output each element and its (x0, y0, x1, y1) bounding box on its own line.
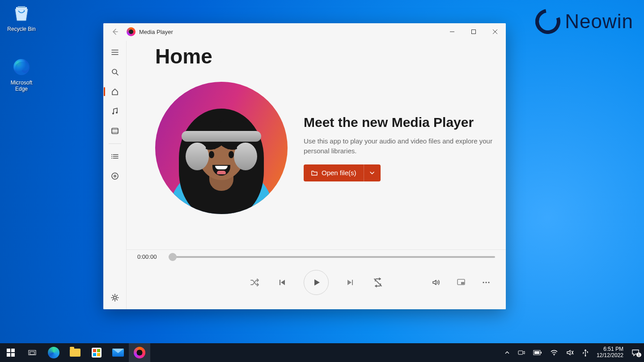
tray-wifi-icon[interactable] (550, 349, 558, 356)
queue-icon (111, 152, 119, 160)
disc-icon (111, 172, 119, 180)
taskbar-app-mail[interactable] (107, 343, 129, 362)
tray-volume-icon[interactable] (566, 349, 574, 356)
tray-meet-now-icon[interactable] (518, 349, 525, 356)
task-view-button[interactable] (21, 343, 43, 362)
hero-illustration (155, 82, 288, 214)
windows-icon (7, 349, 15, 357)
svg-point-10 (114, 296, 116, 299)
svg-point-8 (112, 173, 118, 179)
sidebar-item-music[interactable] (103, 101, 127, 121)
edge-icon (48, 347, 59, 358)
svg-rect-19 (11, 353, 15, 357)
neowin-watermark-text: Neowin (565, 10, 633, 33)
taskbar-app-explorer[interactable] (64, 343, 86, 362)
back-button[interactable] (103, 23, 127, 40)
svg-point-26 (554, 355, 555, 356)
hero-heading: Meet the new Media Player (304, 115, 496, 130)
next-icon (346, 278, 355, 287)
svg-rect-3 (472, 30, 476, 34)
svg-rect-12 (461, 282, 464, 284)
tray-usb-icon[interactable] (582, 349, 589, 357)
sidebar-divider (109, 143, 121, 144)
taskbar-time: 6:51 PM (597, 346, 623, 353)
desktop-icon-recycle-bin[interactable]: Recycle Bin (4, 3, 39, 32)
search-button[interactable] (103, 62, 127, 82)
sidebar-item-settings[interactable] (103, 288, 127, 307)
next-button[interactable] (344, 276, 356, 289)
play-icon (311, 278, 321, 287)
tray-show-hidden-button[interactable] (504, 350, 510, 355)
action-center-button[interactable]: 1 (631, 349, 640, 356)
open-files-button[interactable]: Open file(s) (304, 164, 364, 181)
sidebar-item-playlists[interactable] (103, 166, 127, 186)
folder-icon (70, 349, 80, 357)
media-player-logo-icon (127, 27, 136, 36)
recycle-bin-icon (11, 3, 32, 24)
media-player-window: Media Player (103, 23, 506, 309)
previous-button[interactable] (276, 276, 288, 289)
seek-slider[interactable] (169, 256, 495, 258)
task-view-icon (28, 348, 37, 357)
desktop-icon-microsoft-edge[interactable]: Microsoft Edge (4, 56, 39, 92)
page-title: Home (155, 44, 506, 68)
play-button[interactable] (304, 270, 329, 295)
window-close-button[interactable] (484, 23, 506, 40)
sidebar (103, 41, 127, 309)
open-files-split-button: Open file(s) (304, 164, 381, 181)
svg-point-13 (483, 282, 484, 283)
taskbar-app-store[interactable] (86, 343, 107, 362)
svg-point-9 (114, 175, 116, 177)
mini-player-icon (457, 278, 466, 287)
open-files-dropdown-button[interactable] (364, 164, 381, 181)
window-maximize-button[interactable] (463, 23, 484, 40)
svg-point-5 (112, 113, 114, 114)
neowin-logo-icon (535, 9, 560, 34)
svg-rect-24 (541, 352, 542, 354)
shuffle-button[interactable] (248, 276, 261, 289)
titlebar[interactable]: Media Player (103, 23, 506, 40)
chevron-down-icon (369, 170, 375, 176)
start-button[interactable] (0, 343, 21, 362)
mini-player-button[interactable] (455, 276, 467, 289)
taskbar-clock[interactable]: 6:51 PM 12/12/2022 (597, 346, 623, 359)
more-button[interactable] (480, 276, 492, 289)
svg-rect-7 (112, 128, 118, 134)
svg-point-15 (488, 282, 489, 283)
video-icon (111, 127, 119, 135)
repeat-button[interactable] (372, 276, 384, 289)
notification-badge: 1 (636, 353, 641, 357)
svg-rect-17 (11, 349, 15, 352)
volume-button[interactable] (430, 276, 442, 289)
open-files-label: Open file(s) (322, 169, 356, 177)
svg-rect-22 (518, 351, 523, 354)
taskbar-app-edge[interactable] (43, 343, 64, 362)
tray-battery-icon[interactable] (533, 350, 542, 355)
svg-rect-21 (30, 352, 34, 354)
previous-icon (278, 278, 287, 287)
gear-icon (111, 294, 119, 302)
svg-rect-25 (534, 351, 539, 354)
repeat-off-icon (373, 278, 383, 287)
svg-point-14 (485, 282, 487, 283)
more-icon (482, 278, 491, 287)
taskbar: 6:51 PM 12/12/2022 1 (0, 343, 644, 362)
app-title: Media Player (127, 27, 173, 36)
desktop-icon-label: Recycle Bin (4, 26, 39, 32)
taskbar-date: 12/12/2022 (597, 353, 623, 359)
chevron-up-icon (504, 350, 510, 355)
sidebar-item-queue[interactable] (103, 147, 127, 166)
desktop-icon-label: Microsoft Edge (4, 80, 39, 92)
taskbar-app-media-player[interactable] (129, 343, 150, 362)
svg-rect-18 (7, 353, 10, 357)
media-player-icon (134, 347, 145, 358)
music-icon (111, 107, 119, 115)
hamburger-button[interactable] (103, 42, 127, 62)
home-icon (111, 88, 119, 96)
sidebar-item-home[interactable] (103, 82, 127, 101)
shuffle-icon (250, 278, 259, 287)
window-minimize-button[interactable] (441, 23, 463, 40)
sidebar-item-video[interactable] (103, 121, 127, 141)
neowin-watermark: Neowin (535, 9, 633, 34)
hero-body: Use this app to play your audio and vide… (304, 136, 496, 156)
